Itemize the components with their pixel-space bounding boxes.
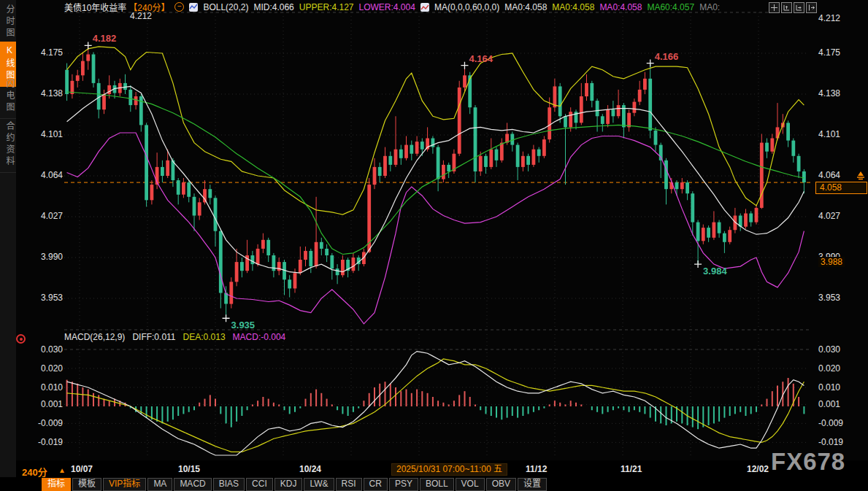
toolbar-item-macd[interactable]: MACD <box>174 478 211 491</box>
y-axis-zoom-out-icon[interactable] <box>794 2 804 13</box>
boll-mid-value: MID:4.066 <box>253 2 293 12</box>
ma-indicator-icon[interactable] <box>420 3 429 12</box>
toolbar-item-ma[interactable]: MA <box>147 478 172 491</box>
price-tick-label: 4.101 <box>818 129 840 139</box>
price-tick-label: 4.138 <box>22 88 63 98</box>
toolbar-item-settings[interactable]: 设置 <box>518 478 547 491</box>
x-tick-label: 12/02 <box>747 464 769 474</box>
toolbar-item-lw[interactable]: LW& <box>304 478 334 491</box>
price-tick-label: -0.019 <box>818 437 843 447</box>
timeframe-arrow-icon[interactable]: ▲ <box>58 466 66 474</box>
price-tick-label: 0.001 <box>818 399 840 409</box>
price-arrow-icon <box>856 170 866 183</box>
ma60-value: MA60:4.057 <box>647 2 694 12</box>
extreme-annotation: 4.182 <box>93 33 117 44</box>
price-tick-label: 0.030 <box>818 344 840 355</box>
price-tick-label: 4.175 <box>22 47 63 58</box>
x-tick-label: 10/24 <box>299 464 321 474</box>
ma-label: MA(0,0,0,60,0,0) <box>434 2 499 12</box>
price-tick-label: 4.138 <box>818 88 840 98</box>
boll-label: BOLL(20,2) <box>203 2 248 12</box>
ma0-yellow-value: MA0:4.058 <box>552 2 594 12</box>
price-tick-label: 4.212 <box>818 13 840 23</box>
ma0-magenta-value: MA0:4.058 <box>599 2 642 12</box>
x-tick-label: 11/21 <box>621 464 642 474</box>
x-tick-label: 10/07 <box>71 464 93 474</box>
toolbar-item-indicator[interactable]: 指标 <box>42 478 71 491</box>
price-tick-label: 0.020 <box>19 363 63 374</box>
chart-tools <box>769 2 817 13</box>
price-tick-label: -0.009 <box>818 418 843 428</box>
y-axis-zoom-in-icon[interactable] <box>781 2 792 13</box>
symbol-title: 美债10年收益率 <box>64 1 126 13</box>
boll-indicator-icon[interactable] <box>189 3 198 12</box>
x-tick-label: 11/12 <box>526 464 547 474</box>
price-tick-label: 3.953 <box>818 293 840 303</box>
sidebar-item-time-chart[interactable]: 分时图 <box>0 4 16 45</box>
toolbar-item-cci[interactable]: CCI <box>246 478 273 491</box>
price-tick-label: 0.010 <box>818 382 840 393</box>
sidebar: 分时图 K线图 闪电图 合约资料 <box>0 0 16 491</box>
price-tick-label: -0.009 <box>19 418 63 428</box>
ma0-gray-value: MA0: <box>699 2 720 12</box>
toolbar-item-cr[interactable]: CR <box>364 478 388 491</box>
price-tick-label: 0.020 <box>818 363 840 374</box>
extreme-annotation: 3.984 <box>703 266 727 277</box>
timeframe-badge: 【240分】 <box>128 1 169 13</box>
toolbar-item-template[interactable]: 模板 <box>72 478 101 491</box>
price-tick-label: 4.027 <box>818 211 840 221</box>
price-tick-label: 0.010 <box>19 382 63 393</box>
alarm-dot-icon[interactable] <box>16 334 26 344</box>
extreme-annotation: 4.164 <box>469 53 493 64</box>
toolbar-item-rsi[interactable]: RSI <box>336 478 362 491</box>
x-axis-row: 240分 ▲ 10/07 10/15 10/24 2025/10/31 07:0… <box>0 460 868 477</box>
toolbar-item-psy[interactable]: PSY <box>389 478 418 491</box>
collapse-circle-icon[interactable]: − <box>174 2 184 12</box>
sidebar-item-flash-chart[interactable]: 闪电图 <box>0 79 16 119</box>
price-tick-label: 0.030 <box>19 344 63 355</box>
toolbar-item-bias[interactable]: BIAS <box>213 478 245 491</box>
extreme-annotation: 3.935 <box>231 320 256 330</box>
price-tick-label: 0.001 <box>19 399 63 409</box>
price-tick-label: 4.101 <box>22 129 63 139</box>
hover-date-readout: 2025/10/31 07:00~11:00 五 <box>391 463 507 476</box>
boll-lower-value: LOWER:4.004 <box>359 2 415 12</box>
toolbar-item-obv[interactable]: OBV <box>486 478 516 491</box>
price-tick-label: -0.019 <box>19 437 63 447</box>
chart-canvas[interactable]: 4.1824.1644.1663.9353.984 <box>0 0 868 491</box>
ma0-white-value: MA0:4.058 <box>504 2 547 12</box>
chart-header: 美债10年收益率 【240分】 − BOLL(20,2) MID:4.066 U… <box>64 1 720 12</box>
price-tick-label: 4.064 <box>818 170 840 180</box>
price-tick-label: 4.027 <box>22 211 63 221</box>
boll-upper-value: UPPER:4.127 <box>299 2 354 12</box>
macd-diff-value: DIFF:0.011 <box>132 332 175 342</box>
macd-value: MACD:-0.004 <box>233 332 286 342</box>
toolbar-item-vip-indicator[interactable]: VIP指标 <box>103 478 146 491</box>
price-tick-label: 3.953 <box>22 293 63 303</box>
panel-collapse-icon[interactable] <box>806 2 817 13</box>
fx678-watermark: FX678 <box>771 448 845 476</box>
macd-header: MACD(26,12,9) DIFF:0.011 DEA:0.013 MACD:… <box>64 332 285 342</box>
toolbar-item-vol[interactable]: VOL <box>456 478 485 491</box>
price-tick-label: 4.175 <box>818 47 840 58</box>
price-tick-label: 3.990 <box>22 252 63 262</box>
crosshair-tool-icon[interactable] <box>769 2 780 13</box>
sidebar-item-contract-info[interactable]: 合约资料 <box>0 121 16 173</box>
x-tick-label: 10/15 <box>178 464 200 474</box>
indicator-toolbar: 指标 模板 VIP指标 MA MACD BIAS CCI KDJ LW& RSI… <box>0 477 868 491</box>
toolbar-item-kdj[interactable]: KDJ <box>274 478 303 491</box>
extreme-annotation: 4.166 <box>655 51 679 62</box>
price-tick-label: 4.064 <box>22 170 63 180</box>
toolbar-item-boll[interactable]: BOLL <box>420 478 454 491</box>
macd-label: MACD(26,12,9) <box>64 332 125 342</box>
low-price-marker: 3.988 <box>818 257 845 267</box>
current-price-badge: 4.058 <box>815 182 867 194</box>
macd-dea-value: DEA:0.013 <box>183 332 226 342</box>
